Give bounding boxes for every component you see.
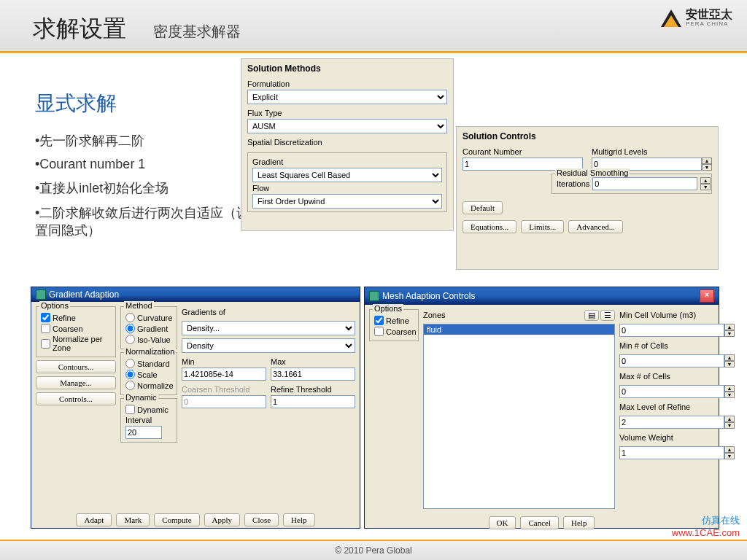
vw-spin[interactable]: ▲▼ — [724, 446, 735, 459]
gradient-adaption-dialog: Gradient Adaption Options Refine Coarsen… — [31, 287, 360, 529]
dynamic-group: Dynamic Dynamic Interval — [120, 398, 177, 443]
zones-listbox[interactable]: fluid — [423, 324, 615, 509]
bullet-4: •二阶求解收敛后进行两次自适应（设置同隐式） — [35, 204, 261, 239]
mac-options-label: Options — [373, 304, 403, 313]
page-title: 求解设置 — [33, 13, 126, 45]
left-text-block: 显式求解 •先一阶求解再二阶 •Courant number 1 •直接从inl… — [35, 90, 261, 246]
footer: © 2010 Pera Global — [0, 540, 747, 560]
gradients-select-2[interactable]: Density — [182, 338, 355, 353]
apply-button[interactable]: Apply — [204, 513, 241, 526]
interval-input[interactable] — [125, 426, 162, 439]
mac-refine-checkbox[interactable]: Refine — [374, 316, 414, 325]
triangle-icon — [661, 9, 681, 27]
bullet-2: •Courant number 1 — [35, 157, 261, 172]
vw-input[interactable] — [619, 446, 724, 459]
scale-radio[interactable]: Scale — [125, 370, 172, 379]
controls-button[interactable]: Controls... — [36, 392, 116, 405]
close-button[interactable]: Close — [244, 513, 279, 526]
ga-button-row: Adapt Mark Compute Apply Close Help — [31, 510, 360, 529]
cancel-button[interactable]: Cancel — [520, 516, 559, 529]
mxc-input[interactable] — [619, 385, 724, 398]
mac-coarsen-checkbox[interactable]: Coarsen — [374, 327, 414, 336]
refine-checkbox[interactable]: Refine — [41, 313, 111, 322]
default-button[interactable]: Default — [462, 201, 503, 214]
dynamic-checkbox[interactable]: Dynamic — [125, 405, 172, 414]
mlr-label: Max Level of Refine — [619, 402, 714, 411]
flux-select[interactable]: AUSM — [247, 119, 447, 133]
courant-label: Courant Number — [462, 147, 583, 156]
mlr-input[interactable] — [619, 416, 724, 429]
advanced-button[interactable]: Advanced... — [568, 220, 623, 233]
limits-button[interactable]: Limits... — [521, 220, 564, 233]
iter-spinner[interactable]: ▲▼ — [700, 177, 711, 190]
slide-header: 求解设置 密度基求解器 安世亞太 PERA CHINA — [0, 0, 747, 53]
rt-label: Refine Threshold — [271, 385, 355, 394]
mg-label: Multigrid Levels — [592, 147, 712, 156]
ct-label: Coarsen Threshold — [182, 385, 266, 394]
ga-options-group: Options Refine Coarsen Normalize per Zon… — [36, 306, 116, 357]
brand-text: 安世亞太 — [686, 9, 732, 20]
solution-methods-panel: Solution Methods Formulation Explicit Fl… — [241, 58, 454, 231]
ga-options-label: Options — [39, 301, 70, 310]
zones-btn-1[interactable]: ▤ — [584, 310, 599, 321]
mac-button-row: OK Cancel Help — [365, 513, 719, 532]
ct-input — [182, 395, 266, 408]
max-label: Max — [271, 357, 355, 366]
watermark-line2: www.1CAE.com — [672, 527, 740, 540]
ok-button[interactable]: OK — [489, 516, 516, 529]
min-input[interactable] — [182, 368, 266, 381]
curvature-radio[interactable]: Curvature — [125, 313, 172, 322]
manage-button[interactable]: Manage... — [36, 376, 116, 389]
mesh-adaption-dialog: Mesh Adaption Controls × Options Refine … — [364, 287, 719, 529]
formulation-select[interactable]: Explicit — [247, 90, 447, 104]
flow-select[interactable]: First Order Upwind — [252, 194, 442, 209]
mac-help-button[interactable]: Help — [563, 516, 595, 529]
iterations-input[interactable] — [592, 177, 697, 190]
compute-button[interactable]: Compute — [154, 513, 199, 526]
mark-button[interactable]: Mark — [116, 513, 150, 526]
close-icon[interactable]: × — [700, 289, 714, 303]
sd-label: Spatial Discretization — [247, 138, 447, 147]
mac-title: Mesh Adaption Controls — [382, 291, 475, 301]
dynamic-label: Dynamic — [124, 393, 158, 402]
normalize-checkbox[interactable]: Normalize per Zone — [41, 335, 111, 352]
help-button[interactable]: Help — [283, 513, 314, 526]
zones-btn-2[interactable]: ☰ — [600, 310, 615, 321]
mcv-label: Min Cell Volume (m3) — [619, 311, 714, 319]
gradients-select-1[interactable]: Density... — [182, 321, 355, 335]
residual-smoothing-group: Residual Smoothing Iterations ▲▼ — [551, 174, 712, 194]
app-icon — [36, 289, 46, 300]
normalize-radio[interactable]: Normalize — [125, 381, 172, 390]
adapt-button[interactable]: Adapt — [76, 513, 112, 526]
section-heading: 显式求解 — [35, 90, 261, 117]
zone-item[interactable]: fluid — [424, 324, 614, 335]
brand-subtext: PERA CHINA — [686, 20, 732, 27]
method-label: Method — [124, 301, 154, 310]
gradient-radio[interactable]: Gradient — [125, 324, 172, 333]
mcv-spin[interactable]: ▲▼ — [724, 324, 735, 337]
ga-title: Gradient Adaption — [49, 289, 119, 300]
coarsen-checkbox[interactable]: Coarsen — [41, 324, 111, 333]
app-icon — [369, 291, 379, 301]
isovalue-radio[interactable]: Iso-Value — [125, 335, 172, 344]
mcv-input[interactable] — [619, 324, 724, 337]
mlr-spin[interactable]: ▲▼ — [724, 416, 735, 429]
mxc-spin[interactable]: ▲▼ — [724, 385, 735, 398]
mnc-input[interactable] — [619, 354, 724, 368]
max-input[interactable] — [271, 368, 355, 381]
standard-radio[interactable]: Standard — [125, 359, 172, 368]
mnc-spin[interactable]: ▲▼ — [724, 354, 735, 368]
equations-button[interactable]: Equations... — [462, 220, 516, 233]
mxc-label: Max # of Cells — [619, 372, 714, 381]
gradient-select[interactable]: Least Squares Cell Based — [252, 168, 442, 182]
method-group: Method Curvature Gradient Iso-Value — [120, 306, 177, 349]
watermark: 仿真在线 www.1CAE.com — [672, 515, 740, 540]
contours-button[interactable]: Contours... — [36, 360, 116, 373]
normalization-group: Normalization Standard Scale Normalize — [120, 352, 177, 395]
mg-spinner[interactable]: ▲▼ — [702, 158, 712, 171]
rt-input[interactable] — [271, 395, 355, 408]
iterations-label: Iterations — [557, 179, 589, 188]
norm-label: Normalization — [124, 347, 176, 356]
bullet-1: •先一阶求解再二阶 — [35, 132, 261, 149]
formulation-label: Formulation — [247, 79, 447, 88]
